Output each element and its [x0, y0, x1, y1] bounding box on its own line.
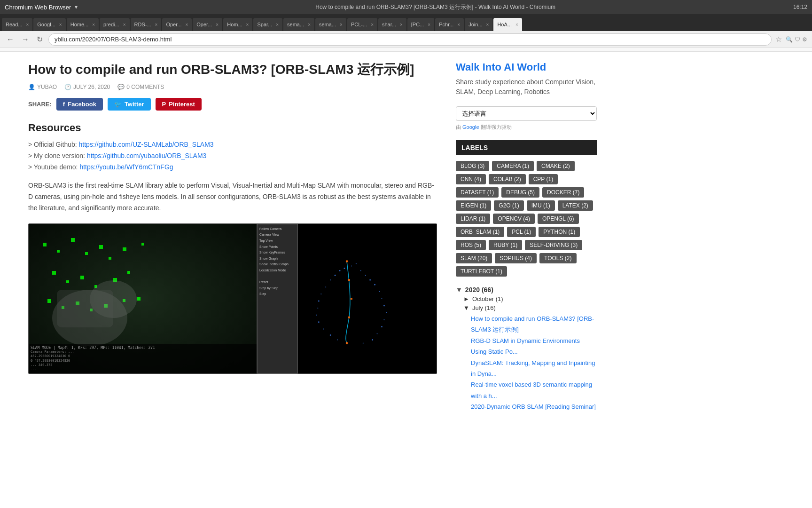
slam-mode-text: SLAM MODE | Map#: 1, KFs: 297, MPs: 1104…: [31, 346, 255, 350]
label-dataset[interactable]: DATASET (1): [456, 187, 499, 198]
ext-icon-1[interactable]: 🔍: [786, 36, 793, 43]
resource-link-3[interactable]: https://youtu.be/WfY6mCTnFGg: [79, 163, 173, 171]
slam-info-overlay: SLAM MODE | Map#: 1, KFs: 297, MPs: 1104…: [29, 344, 257, 373]
year-arrow-down: ▼: [456, 286, 462, 294]
label-colab[interactable]: COLAB (2): [489, 174, 526, 184]
pinterest-share-button[interactable]: P Pinterest: [156, 98, 202, 111]
tab-sema2[interactable]: sema...×: [315, 18, 346, 31]
archive-link-1[interactable]: How to compile and run ORB-SLAM3? [ORB-S…: [471, 313, 597, 335]
label-ros[interactable]: ROS (5): [456, 240, 486, 250]
svg-point-26: [351, 265, 352, 266]
label-latex[interactable]: LATEX (2): [558, 200, 593, 211]
svg-point-31: [335, 275, 336, 276]
label-opengl[interactable]: OPENGL (6): [538, 214, 579, 224]
svg-point-33: [330, 279, 331, 280]
tab-pc[interactable]: [PC...×: [407, 18, 434, 31]
tab-shar[interactable]: shar...×: [378, 18, 406, 31]
svg-point-35: [325, 286, 326, 287]
tab-oper2[interactable]: Oper...×: [193, 18, 222, 31]
archive-year-2020[interactable]: ▼ 2020 (66): [456, 286, 597, 294]
labels-header: LABELS: [456, 140, 597, 155]
archive-month-july[interactable]: ▼ July (16): [463, 304, 597, 311]
svg-point-32: [365, 275, 366, 276]
label-self-driving[interactable]: SELF-DRIVING (3): [525, 240, 582, 250]
label-debug[interactable]: DEBUG (5): [501, 187, 539, 198]
archive-link-2[interactable]: RGB-D SLAM in Dynamic Environments Using…: [471, 335, 597, 357]
label-ruby[interactable]: RUBY (1): [489, 240, 522, 250]
svg-point-38: [379, 291, 380, 292]
label-cmake[interactable]: CMAKE (2): [537, 161, 575, 171]
title-bar: Chromium Web Browser ▾ How to compile an…: [0, 0, 812, 14]
address-input[interactable]: [48, 33, 772, 46]
back-button[interactable]: ←: [5, 34, 16, 45]
forward-button[interactable]: →: [20, 34, 31, 45]
tab-bar: Read...× Googl...× Home...× predi...× RD…: [0, 14, 812, 31]
article-title: How to compile and run ORB-SLAM3? [ORB-S…: [28, 61, 437, 78]
share-bar: SHARE: f Facebook 🐦 Twitter P Pinterest: [28, 98, 437, 111]
tab-predi[interactable]: predi...×: [100, 18, 129, 31]
main-content: How to compile and run ORB-SLAM3? [ORB-S…: [28, 61, 437, 413]
label-pcl[interactable]: PCL (1): [507, 227, 536, 237]
language-select[interactable]: 选择语言 English 中文: [456, 106, 597, 121]
svg-rect-56: [348, 279, 350, 281]
app-name: Chromium Web Browser: [5, 4, 71, 11]
reload-button[interactable]: ↻: [35, 34, 45, 45]
tab-spar[interactable]: Spar...×: [253, 18, 282, 31]
tab-sema1[interactable]: sema...×: [283, 18, 314, 31]
july-label: July (16): [472, 304, 496, 311]
archive-month-october[interactable]: ► October (1): [463, 295, 597, 302]
label-cpp[interactable]: CPP (1): [529, 174, 558, 184]
label-python[interactable]: PYTHON (1): [539, 227, 580, 237]
extension-icons: 🔍 🛡 ⚙: [786, 36, 807, 43]
label-camera[interactable]: CAMERA (1): [492, 161, 534, 171]
twitter-share-button[interactable]: 🐦 Twitter: [108, 98, 151, 111]
resource-prefix-2: My clone version:: [34, 152, 87, 159]
ext-icon-3[interactable]: ⚙: [802, 36, 807, 43]
label-eigen[interactable]: EIGEN (1): [456, 200, 491, 211]
slam-screenshot: SLAM MODE | Map#: 1, KFs: 297, MPs: 1104…: [29, 224, 437, 373]
tab-pchr[interactable]: Pchr...×: [435, 18, 464, 31]
label-blog[interactable]: BLOG (3): [456, 161, 489, 171]
share-label: SHARE:: [28, 101, 52, 108]
archive-link-3[interactable]: DynaSLAM: Tracking, Mapping and Inpainti…: [471, 357, 597, 380]
label-turtlebot[interactable]: TURTLEBOT (1): [456, 266, 507, 277]
resource-link-1[interactable]: https://github.com/UZ-SLAMLab/ORB_SLAM3: [79, 141, 214, 148]
bookmark-icon[interactable]: ☆: [775, 35, 782, 44]
tab-hoa-active[interactable]: HoA...×: [493, 18, 522, 31]
translate-note: 由 Google 翻译强力驱动: [456, 124, 597, 131]
label-sophus[interactable]: SOPHUS (4): [495, 253, 537, 263]
tab-google[interactable]: Googl...×: [33, 18, 65, 31]
twitter-icon: 🐦: [114, 101, 122, 108]
comment-icon: 💬: [117, 84, 125, 90]
pinterest-icon: P: [162, 101, 166, 108]
label-tools[interactable]: TOOLS (2): [539, 253, 576, 263]
tab-hom2[interactable]: Hom...×: [223, 18, 252, 31]
label-g2o[interactable]: G2O (1): [494, 200, 523, 211]
label-lidar[interactable]: LIDAR (1): [456, 214, 490, 224]
label-imu[interactable]: IMU (1): [527, 200, 555, 211]
svg-point-36: [374, 284, 375, 285]
resource-link-2[interactable]: https://github.com/yubaoliu/ORB_SLAM3: [87, 152, 206, 159]
window-title: How to compile and run ORB-SLAM3? [ORB-S…: [81, 3, 789, 11]
archive-link-5[interactable]: 2020-Dynamic ORB SLAM [Reading Seminar]: [471, 401, 597, 412]
article-body: ORB-SLAM3 is the first real-time SLAM li…: [28, 180, 437, 214]
label-opencv[interactable]: OPENCV (4): [493, 214, 535, 224]
tab-home1[interactable]: Home...×: [67, 18, 99, 31]
tab-rds[interactable]: RDS-...×: [131, 18, 162, 31]
archive-link-4[interactable]: Real-time voxel based 3D semantic mappin…: [471, 379, 597, 401]
label-cnn[interactable]: CNN (4): [456, 174, 486, 184]
title-bar-dropdown[interactable]: ▾: [75, 4, 78, 10]
pinterest-label: Pinterest: [169, 101, 195, 108]
tab-pcl[interactable]: PCL-...×: [347, 18, 377, 31]
facebook-share-button[interactable]: f Facebook: [56, 98, 103, 111]
svg-point-39: [318, 300, 320, 302]
tab-read[interactable]: Read...×: [2, 18, 32, 31]
label-slam[interactable]: SLAM (20): [456, 253, 492, 263]
svg-point-51: [337, 339, 338, 340]
label-orb-slam[interactable]: ORB_SLAM (1): [456, 227, 504, 237]
label-docker[interactable]: DOCKER (7): [542, 187, 584, 198]
tab-join[interactable]: Join...×: [465, 18, 492, 31]
author-name: YUBAO: [37, 84, 57, 90]
tab-oper1[interactable]: Oper...×: [162, 18, 192, 31]
ext-icon-2[interactable]: 🛡: [795, 36, 800, 43]
